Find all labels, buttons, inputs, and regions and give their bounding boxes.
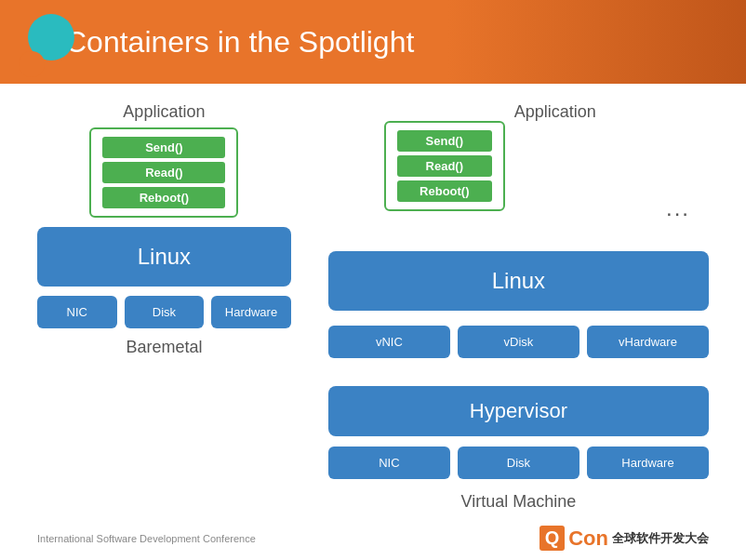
baremetal-linux-box: Linux (37, 227, 291, 287)
vm-vhardware: vHardware (587, 326, 709, 358)
vm-app-label: Application (514, 102, 596, 122)
page-title: Containers in the Spotlight (65, 25, 414, 60)
header-bar: Containers in the Spotlight (0, 0, 746, 84)
baremetal-send: Send() (102, 137, 225, 158)
vm-vnic: vNIC (328, 326, 450, 358)
vm-app-items: Send() Read() Reboot() (384, 121, 505, 211)
vm-read: Read() (397, 155, 492, 177)
vm-send: Send() (397, 130, 492, 152)
baremetal-app-label: Application (123, 102, 205, 122)
baremetal-app-box: Send() Read() Reboot() (89, 127, 238, 218)
baremetal-nic: NIC (37, 296, 117, 328)
vm-nic: NIC (328, 447, 450, 479)
vm-label: Virtual Machine (328, 492, 709, 512)
baremetal-hardware: Hardware (211, 296, 291, 328)
vm-column: Application Send() Read() Reboot() ... L… (328, 102, 709, 521)
baremetal-reboot: Reboot() (102, 187, 225, 208)
footer: International Software Development Confe… (0, 526, 746, 551)
baremetal-column: Application Send() Read() Reboot() Linux… (37, 102, 291, 521)
baremetal-hardware-row: NIC Disk Hardware (37, 296, 291, 328)
baremetal-read: Read() (102, 162, 225, 183)
virtual-hardware-row: vNIC vDisk vHardware (328, 326, 709, 358)
vm-app-box: Send() Read() Reboot() (384, 121, 505, 220)
vm-reboot: Reboot() (397, 180, 492, 202)
qcon-subtitle: 全球软件开发大会 (612, 530, 709, 547)
qcon-q-text: Q (540, 526, 566, 551)
hypervisor-box: Hypervisor (328, 386, 709, 436)
vm-disk: Disk (458, 447, 579, 479)
qcon-con-text: Con (568, 527, 608, 551)
physical-hardware-row: NIC Disk Hardware (328, 447, 709, 479)
dots-indicator: ... (666, 195, 690, 221)
baremetal-label: Baremetal (126, 338, 202, 357)
qcon-logo: Q Con 全球软件开发大会 (540, 526, 709, 551)
footer-conference-text: International Software Development Confe… (37, 533, 256, 544)
vm-linux-box: Linux (328, 251, 709, 311)
vm-vdisk: vDisk (458, 326, 579, 358)
baremetal-disk: Disk (125, 296, 205, 328)
orange-circle (19, 51, 45, 77)
vm-hardware: Hardware (587, 447, 709, 479)
main-content: Application Send() Read() Reboot() Linux… (0, 84, 746, 540)
